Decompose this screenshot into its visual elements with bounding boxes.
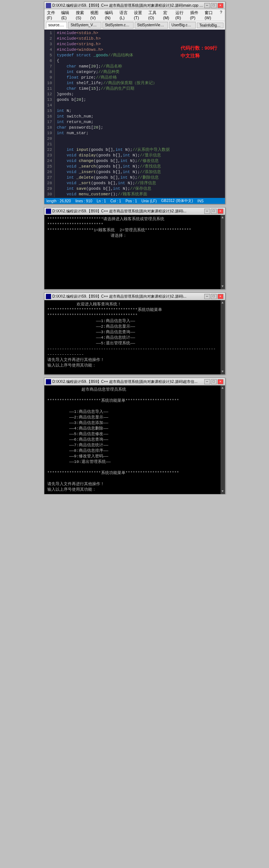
console2-scroll-up[interactable]: ▲ bbox=[222, 301, 223, 305]
code-line-13: 13 goods b[20]; bbox=[44, 97, 225, 103]
menu-settings[interactable]: 设置(T) bbox=[133, 10, 144, 20]
tab-stdsystemview[interactable]: StdSystemView.cpp耳 bbox=[135, 22, 168, 29]
code-line-27: 27 int _delete(goods b[],int N);//删除信息 bbox=[44, 175, 225, 180]
console3-icon bbox=[46, 379, 51, 384]
code-line-22: 22 int input(goods b[],int N);//从系统中导入数据 bbox=[44, 147, 225, 153]
code-line-20: 20 bbox=[44, 136, 225, 142]
menu-edit[interactable]: 编辑(E) bbox=[60, 10, 71, 20]
console3-close[interactable]: ✕ bbox=[218, 379, 223, 384]
code-line-11: 11 char time[15];//商品的生产日期 bbox=[44, 86, 225, 92]
code-line-23: 23 void display(goods b[],int N);//显示信息 bbox=[44, 153, 225, 158]
menu-tools[interactable]: 工具(O) bbox=[147, 10, 159, 20]
code-line-7: 7 char name[20];//商品名称 bbox=[44, 64, 225, 69]
status-charset: GB2312 (简体中文) bbox=[161, 198, 193, 203]
notepad-title-bar: D:\XX\2.编程设计\59.【B59】C++ 超市商品管理系统(面向对象课程… bbox=[44, 2, 225, 9]
console1-minimize[interactable]: ─ bbox=[204, 209, 210, 214]
code-line-19: 19 int num_star; bbox=[44, 130, 225, 136]
code-line-30: 30 void menu_customer();//顾客系统界面 bbox=[44, 192, 225, 197]
console3-minimize[interactable]: ─ bbox=[204, 379, 210, 384]
console2-controls: ─ □ ✕ bbox=[204, 294, 223, 299]
editor-wrapper: 1 #include<stdio.h> 2 #include<stdlib.h>… bbox=[44, 30, 225, 198]
status-encoding: Unix (LF) bbox=[141, 199, 157, 203]
console1-maximize[interactable]: □ bbox=[211, 209, 217, 214]
console3-controls: ─ □ ✕ bbox=[204, 379, 223, 384]
code-line-26: 26 void _insert(goods b[],int N);//添加信息 bbox=[44, 169, 225, 175]
console1-title-text: D:\XX\2.编程设计\59.【B59】C++ 超市商品管理系统(面向对象课程… bbox=[53, 209, 204, 214]
code-line-14: 14 bbox=[44, 103, 225, 108]
console2-scroll-down[interactable]: ▼ bbox=[222, 370, 223, 374]
annotation-overlay: 代码行数：909行 中文注释 bbox=[181, 44, 218, 60]
tab-stdsystem-cpp[interactable]: StdSystem.cpp耳 bbox=[102, 22, 134, 29]
maximize-button[interactable]: □ bbox=[211, 3, 217, 8]
console2-maximize[interactable]: □ bbox=[211, 294, 217, 299]
menu-search[interactable]: 搜索(S) bbox=[75, 10, 86, 20]
menu-plugins[interactable]: 插件(P) bbox=[189, 10, 201, 20]
console1-controls: ─ □ ✕ bbox=[204, 209, 223, 214]
console3-scrollbar[interactable]: ▲ ▼ bbox=[221, 385, 225, 494]
console1-close[interactable]: ✕ bbox=[218, 209, 223, 214]
status-lines: lines : 910 bbox=[75, 199, 93, 203]
console2-title-bar: D:\XX\2.编程设计\59.【B59】C++ 超市商品管理系统(面向对象课程… bbox=[44, 293, 225, 300]
status-bar: length : 26,820 lines : 910 Ln : 1 Col :… bbox=[44, 198, 225, 204]
code-line-2: 2 #include<stdlib.h> bbox=[44, 36, 225, 42]
menu-view[interactable]: 视图(V) bbox=[89, 10, 101, 20]
menu-macro[interactable]: 宏(M) bbox=[162, 10, 171, 20]
code-line-25: 25 void _search(goods b[],int N);//查找信息 bbox=[44, 164, 225, 169]
code-line-24: 24 void change(goods b[],int N);//修改信息 bbox=[44, 158, 225, 164]
menu-run[interactable]: 运行(R) bbox=[174, 10, 186, 20]
menu-window[interactable]: 窗口(W) bbox=[204, 10, 216, 20]
code-line-8: 8 int category;//商品种类 bbox=[44, 69, 225, 75]
console-window-1: D:\XX\2.编程设计\59.【B59】C++ 超市商品管理系统(面向对象课程… bbox=[44, 207, 225, 289]
code-line-1: 1 #include<stdio.h> bbox=[44, 30, 225, 36]
console2-close[interactable]: ✕ bbox=[218, 294, 223, 299]
console2-title-text: D:\XX\2.编程设计\59.【B59】C++ 超市商品管理系统(面向对象课程… bbox=[53, 294, 204, 299]
console1-scrollbar[interactable]: ▲ ▼ bbox=[221, 215, 225, 289]
console3-output: 超市商品信息管理员系统 **********************系统功能菜单… bbox=[44, 385, 221, 494]
console3-scroll-down[interactable]: ▼ bbox=[222, 490, 223, 493]
console3-maximize[interactable]: □ bbox=[211, 379, 217, 384]
window-controls: ─ □ ✕ bbox=[204, 3, 223, 8]
console3-title-text: D:\XX\2.编程设计\59.【B59】C++ 超市商品管理系统(面向对象课程… bbox=[53, 379, 204, 384]
code-line-15: 15 int N; bbox=[44, 108, 225, 114]
scrollbar-down-icon[interactable]: ▼ bbox=[222, 285, 223, 288]
menu-bar: 文件(F) 编辑(E) 搜索(S) 视图(V) 编码(N) 语言(L) 设置(T… bbox=[44, 9, 225, 21]
menu-file[interactable]: 文件(F) bbox=[46, 10, 57, 20]
console2-body: 欢迎进入顾客查询系统！ ****************************… bbox=[44, 300, 225, 374]
notepad-icon bbox=[46, 3, 51, 8]
status-ins: INS bbox=[198, 199, 204, 203]
code-line-29: 29 int save(goods b[],int N);//保存信息 bbox=[44, 186, 225, 192]
console3-scroll-up[interactable]: ▲ bbox=[222, 386, 223, 390]
tab-teainfobig[interactable]: TeaInfoBig.g... bbox=[197, 23, 223, 28]
console1-body: ***********************请选择进入顾客系统或管理员系统**… bbox=[44, 215, 225, 289]
status-pos: Pos : 1 bbox=[125, 199, 137, 203]
code-line-21: 21 bbox=[44, 142, 225, 147]
tab-bar: source.c耳 StdSystem_VC_dh.c耳 StdSystem.c… bbox=[44, 21, 225, 30]
console2-output: 欢迎进入顾客查询系统！ ****************************… bbox=[44, 300, 221, 374]
code-line-10: 10 int shelf_life;//商品的保质期（按月来记） bbox=[44, 80, 225, 86]
scrollbar-up-icon[interactable]: ▲ bbox=[222, 216, 223, 219]
tab-userbig[interactable]: UserBig.cpp耳 bbox=[169, 22, 196, 29]
console3-title-bar: D:\XX\2.编程设计\59.【B59】C++ 超市商品管理系统(面向对象课程… bbox=[44, 378, 225, 385]
close-button[interactable]: ✕ bbox=[218, 3, 223, 8]
console1-icon bbox=[46, 209, 51, 214]
minimize-button[interactable]: ─ bbox=[204, 3, 210, 8]
code-editor[interactable]: 1 #include<stdio.h> 2 #include<stdlib.h>… bbox=[44, 30, 225, 198]
console-window-2: D:\XX\2.编程设计\59.【B59】C++ 超市商品管理系统(面向对象课程… bbox=[44, 292, 225, 375]
menu-help[interactable]: ? bbox=[219, 10, 223, 20]
menu-encode[interactable]: 编码(N) bbox=[104, 10, 115, 20]
console-window-3: D:\XX\2.编程设计\59.【B59】C++ 超市商品管理系统(面向对象课程… bbox=[44, 378, 225, 494]
console2-scrollbar[interactable]: ▲ ▼ bbox=[221, 300, 225, 374]
annotation-line1: 代码行数：909行 bbox=[181, 44, 218, 52]
menu-language[interactable]: 语言(L) bbox=[118, 10, 130, 20]
console2-minimize[interactable]: ─ bbox=[204, 294, 210, 299]
code-line-28: 28 void _sort(goods b[],int N);//排序信息 bbox=[44, 180, 225, 186]
tab-source[interactable]: source.c耳 bbox=[46, 22, 67, 29]
console1-title-bar: D:\XX\2.编程设计\59.【B59】C++ 超市商品管理系统(面向对象课程… bbox=[44, 208, 225, 215]
status-ln: Ln : 1 bbox=[97, 199, 106, 203]
code-line-16: 16 int switch_num; bbox=[44, 114, 225, 119]
code-line-18: 18 char password1[20]; bbox=[44, 125, 225, 130]
console2-icon bbox=[46, 294, 51, 299]
tab-stdsystem-vc[interactable]: StdSystem_VC_dh.c耳 bbox=[68, 22, 101, 29]
notepad-window: D:\XX\2.编程设计\59.【B59】C++ 超市商品管理系统(面向对象课程… bbox=[44, 1, 225, 204]
status-length: length : 26,820 bbox=[47, 199, 71, 203]
